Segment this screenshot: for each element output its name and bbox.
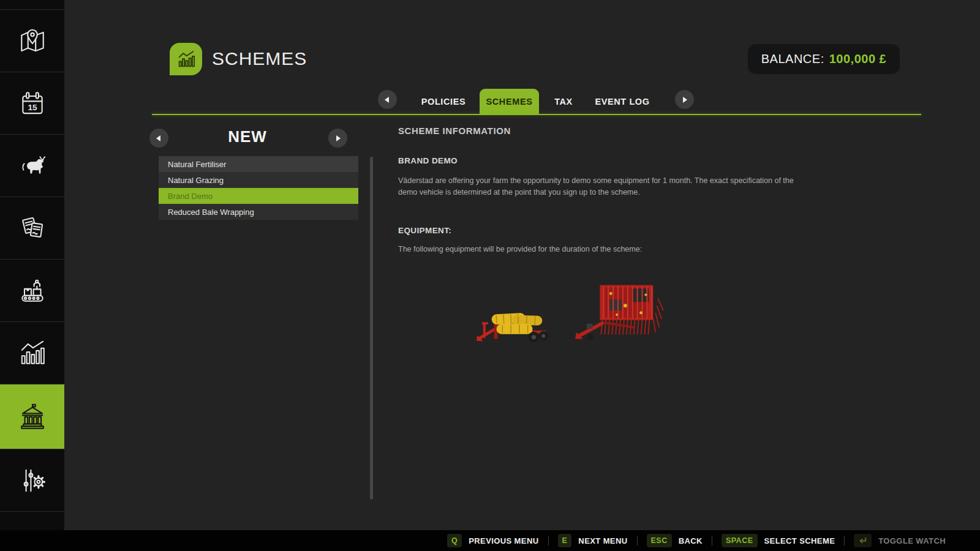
- scheme-list: Natural Fertiliser Natural Grazing Brand…: [159, 156, 358, 220]
- schemes-page-icon: [170, 43, 202, 75]
- list-item-natural-fertiliser[interactable]: Natural Fertiliser: [159, 156, 358, 172]
- tabs-prev-button[interactable]: [378, 90, 397, 109]
- category-next-button[interactable]: [328, 129, 347, 148]
- hint-separator: [637, 536, 638, 545]
- list-scrollbar[interactable]: [370, 157, 373, 500]
- tab-schemes[interactable]: SCHEMES: [480, 89, 539, 114]
- list-item-natural-grazing[interactable]: Natural Grazing: [159, 172, 358, 188]
- hint-previous-menu[interactable]: Q PREVIOUS MENU: [447, 534, 539, 547]
- chevron-left-icon: [156, 135, 160, 141]
- hint-label: SELECT SCHEME: [764, 536, 835, 545]
- hint-label: PREVIOUS MENU: [469, 536, 538, 545]
- key-esc: ESC: [647, 534, 672, 547]
- production-icon: [17, 276, 48, 306]
- balance-value: 100,000 £: [829, 52, 886, 66]
- key-space: SPACE: [722, 534, 758, 547]
- key-e: E: [558, 534, 572, 547]
- sidebar-item-calendar[interactable]: 15: [0, 72, 64, 135]
- bank-icon: [17, 402, 48, 432]
- chevron-right-icon: [683, 97, 687, 103]
- tab-underline: [152, 114, 921, 115]
- main-panel: SCHEMES BALANCE: 100,000 £ POLICIES SCHE…: [64, 0, 980, 530]
- sidebar-item-contracts[interactable]: [0, 197, 64, 260]
- tab-tax[interactable]: TAX: [539, 89, 588, 114]
- keybind-footer: Q PREVIOUS MENU E NEXT MENU ESC BACK SPA…: [0, 530, 980, 551]
- sidebar: 15: [0, 0, 64, 530]
- sidebar-item-settings[interactable]: [0, 449, 64, 512]
- equipment-note: The following equipment will be provided…: [398, 245, 642, 253]
- hint-label: TOGGLE WATCH: [878, 536, 946, 545]
- contracts-icon: [17, 213, 48, 244]
- equipment-image-yellow-roller: [476, 305, 554, 347]
- list-item-reduced-bale-wrapping[interactable]: Reduced Bale Wrapping: [159, 204, 358, 220]
- sidebar-item-map[interactable]: [0, 10, 64, 72]
- key-q: Q: [447, 534, 462, 547]
- sidebar-item-finances[interactable]: [0, 384, 64, 449]
- sidebar-item-production[interactable]: [0, 260, 64, 322]
- hint-separator: [712, 536, 712, 545]
- scheme-description: Väderstad are offering your farm the opp…: [398, 175, 795, 199]
- chevron-left-icon: [385, 97, 389, 103]
- balance-display: BALANCE: 100,000 £: [748, 44, 900, 74]
- hint-next-menu[interactable]: E NEXT MENU: [558, 534, 628, 547]
- equipment-heading: EQUIPMENT:: [398, 226, 451, 235]
- hint-separator: [548, 536, 549, 545]
- tab-policies[interactable]: POLICIES: [407, 89, 480, 114]
- hint-toggle-watch[interactable]: TOGGLE WATCH: [854, 534, 946, 547]
- statistics-icon: [17, 338, 48, 369]
- category-prev-button[interactable]: [149, 129, 168, 148]
- sidebar-top-sliver: [0, 0, 64, 10]
- svg-text:15: 15: [28, 103, 37, 112]
- chevron-right-icon: [336, 135, 341, 141]
- hint-separator: [844, 536, 845, 545]
- hint-label: BACK: [679, 536, 703, 545]
- calendar-icon: 15: [17, 88, 48, 119]
- enter-return-icon: [854, 534, 872, 547]
- tab-event-log[interactable]: EVENT LOG: [586, 89, 659, 114]
- sidebar-item-statistics[interactable]: [0, 322, 64, 384]
- settings-sliders-gear-icon: [17, 465, 48, 496]
- hint-label: NEXT MENU: [578, 536, 627, 545]
- balance-label: BALANCE:: [761, 52, 824, 66]
- hint-select-scheme[interactable]: SPACE SELECT SCHEME: [722, 534, 835, 547]
- bar-chart-trend-icon: [176, 49, 197, 70]
- category-title: NEW: [186, 127, 309, 146]
- page-title: SCHEMES: [212, 48, 307, 69]
- scheme-info-title: SCHEME INFORMATION: [398, 126, 511, 136]
- schemes-screen: 15: [0, 0, 980, 551]
- scheme-name: BRAND DEMO: [398, 156, 458, 165]
- sidebar-item-animals[interactable]: [0, 135, 64, 197]
- cow-icon: [17, 151, 48, 181]
- hint-back[interactable]: ESC BACK: [647, 534, 703, 547]
- tabs-next-button[interactable]: [675, 90, 694, 109]
- map-icon: [17, 26, 48, 56]
- list-item-brand-demo[interactable]: Brand Demo: [159, 188, 358, 204]
- equipment-image-red-seed-drill: [575, 280, 665, 346]
